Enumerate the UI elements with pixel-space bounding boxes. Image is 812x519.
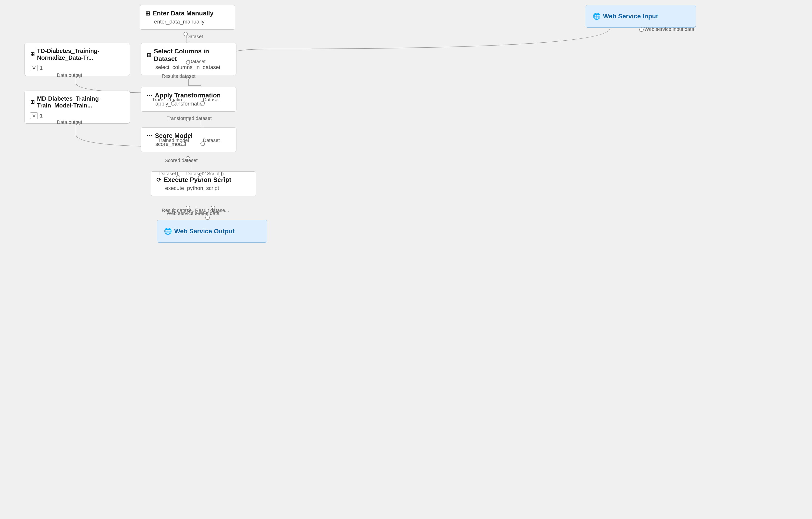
node-subtitle: enter_data_manually	[145, 19, 230, 25]
port-label-results-dataset: Results dataset	[162, 73, 196, 79]
table-icon: ⊞	[145, 10, 150, 17]
port-label-transformed: Transformed dataset	[167, 116, 212, 121]
web-service-output-node[interactable]: 🌐 Web Service Output	[157, 220, 267, 243]
globe-icon: 🌐	[164, 227, 172, 235]
pipeline-canvas: ⊞ Enter Data Manually enter_data_manuall…	[0, 0, 812, 519]
node-title: ⊞ Enter Data Manually	[145, 9, 230, 17]
node-title: 🌐 Web Service Output	[164, 227, 260, 235]
td-normalize-node[interactable]: ⊞ TD-Diabetes_Training-Normalize_Data-Tr…	[25, 43, 130, 76]
version-badge: V 1	[30, 112, 43, 119]
python-icon: ⟳	[156, 177, 161, 183]
web-service-input-node[interactable]: 🌐 Web Service Input	[586, 5, 696, 28]
node-title: ⊞ MD-Diabetes_Training-Train_Model-Train…	[30, 95, 124, 109]
port-label-scored: Scored dataset	[165, 158, 198, 163]
enter-data-manually-node[interactable]: ⊞ Enter Data Manually enter_data_manuall…	[140, 5, 235, 30]
port-label-dataset1: Dataset1	[159, 171, 179, 177]
port-wsi-out[interactable]	[639, 27, 644, 32]
scatter-icon: ⋯	[147, 132, 152, 139]
port-label-data-output-td: Data output	[57, 72, 82, 78]
table-icon: ⊞	[147, 52, 151, 59]
table-icon: ⊞	[30, 99, 34, 105]
node-subtitle: select_columns_in_dataset	[147, 64, 231, 70]
node-title: ⊞ TD-Diabetes_Training-Normalize_Data-Tr…	[30, 48, 124, 61]
node-subtitle: execute_python_script	[156, 185, 251, 191]
connection-lines	[0, 0, 812, 519]
table-icon: ⊞	[30, 51, 34, 58]
port-label-script-bundle: Script b...	[207, 171, 228, 177]
port-label-data-output-md: Data output	[57, 119, 82, 125]
port-label-dataset2: Dataset2	[186, 171, 206, 177]
globe-icon: 🌐	[593, 12, 601, 20]
port-wso-in[interactable]	[205, 215, 210, 220]
port-label-dataset-score: Dataset	[203, 138, 220, 143]
port-label-dataset-apply: Dataset	[203, 97, 220, 102]
scatter-icon: ⋯	[147, 92, 152, 99]
node-title: ⟳ Execute Python Script	[156, 176, 251, 184]
port-label-transformation: Transformatio...	[152, 97, 186, 102]
node-title: 🌐 Web Service Input	[593, 12, 689, 20]
port-label-wsi-data: Web service input data	[644, 26, 694, 32]
port-label-trained-model: Trained model	[158, 138, 189, 143]
port-label-dataset-in: Dataset	[188, 59, 206, 64]
md-train-node[interactable]: ⊞ MD-Diabetes_Training-Train_Model-Train…	[25, 91, 130, 124]
port-label-dataset-out: Dataset	[186, 34, 203, 39]
version-badge: V 1	[30, 65, 43, 71]
port-label-wso-data: Web service output data	[167, 211, 219, 216]
